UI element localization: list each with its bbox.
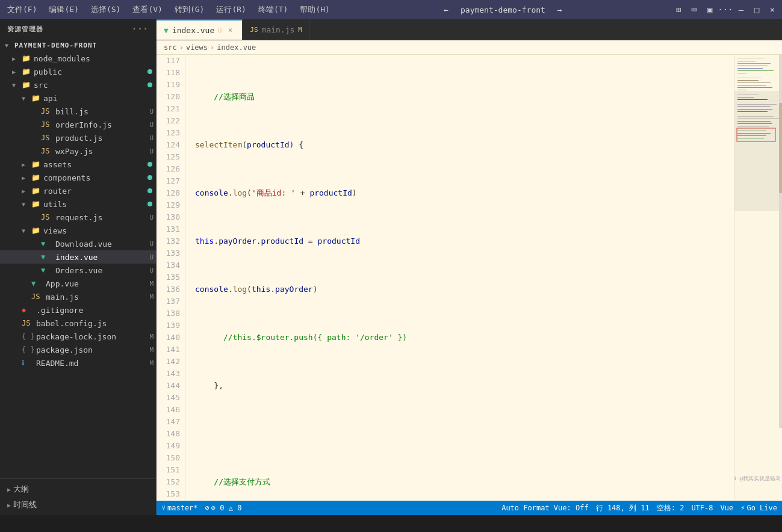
sidebar-item-utils[interactable]: ▼ 📁 utils <box>0 197 156 211</box>
tab-modified: U <box>218 27 222 34</box>
cursor-position[interactable]: 行 148, 列 11 <box>596 503 650 513</box>
sidebar-item-assets[interactable]: ▶ 📁 assets <box>0 158 156 171</box>
sidebar-item-router[interactable]: ▶ 📁 router <box>0 184 156 197</box>
file-badge: M <box>149 346 154 354</box>
indent-size[interactable]: 空格: 2 <box>657 503 684 513</box>
js-file-icon: JS <box>41 213 51 221</box>
api-arrow: ▼ <box>22 95 31 102</box>
sidebar-item-public[interactable]: ▶ 📁 public <box>0 65 156 78</box>
tab-close-btn[interactable]: × <box>225 26 235 34</box>
sidebar-item-components[interactable]: ▶ 📁 components <box>0 171 156 184</box>
sidebar-item-readme[interactable]: ℹ README.md M <box>0 356 156 370</box>
tab-bar: ▼ index.vue U × JS main.js M <box>157 19 782 40</box>
sidebar-item-orderInfo.js[interactable]: JS orderInfo.js U <box>0 118 156 131</box>
file-badge: U <box>149 267 154 274</box>
sidebar-item-src[interactable]: ▼ 📁 src <box>0 78 156 91</box>
sidebar-item-main.js[interactable]: JS main.js M <box>0 290 156 303</box>
breadcrumb-file[interactable]: index.vue <box>217 43 256 52</box>
remote-icon[interactable]: ⌨ <box>689 5 699 14</box>
menu-file[interactable]: 文件(F) <box>5 3 39 16</box>
format-label: Auto Format Vue: Off <box>501 504 589 512</box>
git-branch[interactable]: ⑂ master* <box>161 504 198 512</box>
close-btn[interactable]: × <box>768 5 777 14</box>
tab-main.js[interactable]: JS main.js M <box>243 19 309 40</box>
status-bar: ⑂ master* ⊘ ⊘ 0 △ 0 Auto Format Vue: Off… <box>157 501 782 515</box>
encoding[interactable]: UTF-8 <box>691 504 713 512</box>
sidebar-item-Download.vue[interactable]: ▼ Download.vue U <box>0 237 156 250</box>
tab-label: main.js <box>262 25 295 34</box>
svg-rect-8 <box>737 78 762 78</box>
breadcrumb-src[interactable]: src <box>164 43 177 52</box>
sidebar-item-node_modules[interactable]: ▶ 📁 node_modules <box>0 52 156 65</box>
assets-arrow: ▶ <box>22 161 31 168</box>
status-right: Auto Format Vue: Off 行 148, 列 11 空格: 2 U… <box>501 503 777 513</box>
live-icon: ⚡ <box>740 504 745 512</box>
sidebar-more-icon[interactable]: ··· <box>132 24 149 34</box>
go-live[interactable]: ⚡ Go Live <box>740 504 777 512</box>
tab-index.vue[interactable]: ▼ index.vue U × <box>157 19 243 40</box>
menu-run[interactable]: 运行(R) <box>214 3 248 16</box>
sidebar-item-gitignore[interactable]: ◆ .gitignore <box>0 303 156 317</box>
folder-icon: 📁 <box>22 67 31 76</box>
nav-forward[interactable]: → <box>557 5 562 14</box>
menu-edit[interactable]: 编辑(E) <box>46 3 81 16</box>
status-dot <box>147 82 152 87</box>
status-dot <box>147 175 152 180</box>
code-line-117: //选择商品 <box>195 91 734 103</box>
titlebar: 文件(F) 编辑(E) 选择(S) 查看(V) 转到(G) 运行(R) 终端(T… <box>0 0 782 19</box>
folder-icon: 📁 <box>31 160 41 169</box>
sidebar-item-bill.js[interactable]: JS bill.js U <box>0 105 156 118</box>
menu-help[interactable]: 帮助(H) <box>297 3 332 16</box>
breadcrumb-views[interactable]: views <box>186 43 208 52</box>
indent-label: 空格: 2 <box>657 503 684 513</box>
sidebar-toggle-icon[interactable]: ▣ <box>705 5 715 14</box>
layout-icon[interactable]: ⊞ <box>674 5 683 14</box>
maximize-btn[interactable]: □ <box>752 5 762 14</box>
menu-view[interactable]: 查看(V) <box>130 3 164 16</box>
minimize-btn[interactable]: — <box>736 5 746 14</box>
sidebar-item-babel[interactable]: JS babel.config.js <box>0 317 156 330</box>
folder-icon: 📁 <box>31 187 41 195</box>
sidebar-item-package-lock[interactable]: { } package-lock.json M <box>0 330 156 343</box>
sidebar-item-request.js[interactable]: JS request.js U <box>0 211 156 224</box>
sidebar-item-App.vue[interactable]: ▼ App.vue M <box>0 277 156 290</box>
sidebar-item-views[interactable]: ▼ 📁 views <box>0 224 156 237</box>
svg-rect-11 <box>737 85 766 85</box>
menu-terminal[interactable]: 终端(T) <box>256 3 290 16</box>
nav-back[interactable]: ← <box>444 5 448 14</box>
code-editor[interactable]: 117 118 119 120 121 122 123 124 125 126 … <box>157 55 782 501</box>
code-line-125: //选择支付方式 <box>195 476 734 488</box>
minimap-svg <box>734 55 782 428</box>
auto-format[interactable]: Auto Format Vue: Off <box>501 504 589 512</box>
json-file-icon: { } <box>22 332 31 341</box>
sidebar-item-api[interactable]: ▼ 📁 api <box>0 91 156 105</box>
project-root[interactable]: ▼ PAYMENT-DEMO-FRONT <box>0 39 156 52</box>
sidebar-item-index.vue[interactable]: ▼ index.vue U <box>0 250 156 264</box>
editor-area: ▼ index.vue U × JS main.js M src › views… <box>157 19 782 515</box>
error-warnings[interactable]: ⊘ ⊘ 0 △ 0 <box>205 504 242 512</box>
timeline-arrow: ▶ <box>7 502 11 509</box>
outline-arrow: ▶ <box>7 486 11 493</box>
language-mode[interactable]: Vue <box>721 504 734 512</box>
main-layout: 资源管理器 ··· ▼ PAYMENT-DEMO-FRONT ▶ 📁 node_… <box>0 19 782 515</box>
git-icon: ⑂ <box>161 504 166 512</box>
svg-rect-3 <box>737 63 771 64</box>
vue-tab-icon: ▼ <box>164 26 169 35</box>
sidebar-item-package[interactable]: { } package.json M <box>0 343 156 356</box>
timeline-item[interactable]: ▶ 时间线 <box>0 497 156 513</box>
folder-icon: 📁 <box>22 81 31 89</box>
breadcrumb-sep2: › <box>210 43 214 52</box>
menu-goto[interactable]: 转到(G) <box>172 3 206 16</box>
router-arrow: ▶ <box>22 188 31 194</box>
code-content[interactable]: //选择商品 selectItem(productId) { console.l… <box>185 55 734 501</box>
sidebar-item-Orders.vue[interactable]: ▼ Orders.vue U <box>0 264 156 277</box>
menu-select[interactable]: 选择(S) <box>88 3 123 16</box>
file-badge: U <box>149 121 154 129</box>
status-dot <box>147 69 152 74</box>
sidebar-item-wxPay.js[interactable]: JS wxPay.js U <box>0 144 156 158</box>
sidebar-item-product.js[interactable]: JS product.js U <box>0 131 156 144</box>
code-line-123: }, <box>195 380 734 392</box>
file-badge: U <box>149 108 154 116</box>
more-icon[interactable]: ··· <box>721 5 730 14</box>
outline-item[interactable]: ▶ 大纲 <box>0 481 156 497</box>
